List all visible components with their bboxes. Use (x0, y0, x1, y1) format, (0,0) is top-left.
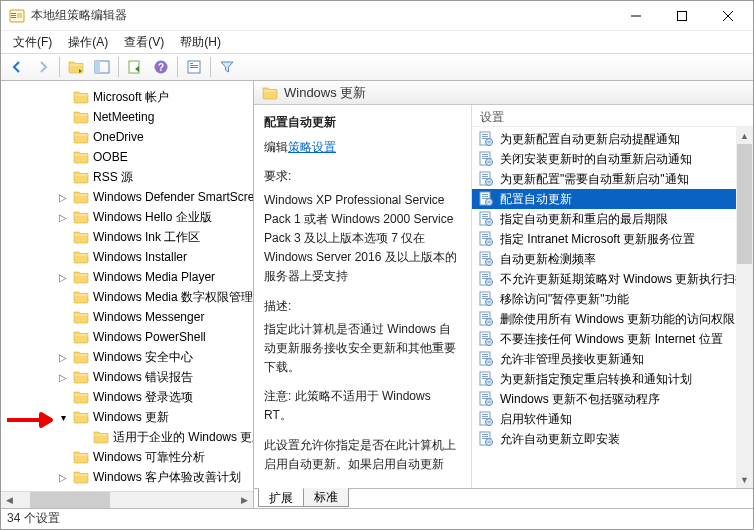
tree-item-label: Windows 安全中心 (93, 349, 193, 366)
settings-item-label: 删除使用所有 Windows 更新功能的访问权限 (500, 311, 735, 328)
tree-item-label: OneDrive (93, 130, 144, 144)
tree-item[interactable]: ▷Windows 安全中心 (1, 347, 253, 367)
chevron-right-icon[interactable]: ▷ (57, 352, 69, 363)
minimize-button[interactable] (613, 1, 659, 31)
tree-item[interactable]: ▷Windows 错误报告 (1, 367, 253, 387)
settings-item[interactable]: 允许非管理员接收更新通知 (472, 349, 753, 369)
tree-item[interactable]: Windows Messenger (1, 307, 253, 327)
settings-item[interactable]: 为更新指定预定重启转换和通知计划 (472, 369, 753, 389)
settings-item[interactable]: 不允许更新延期策略对 Windows 更新执行扫描 (472, 269, 753, 289)
svg-rect-18 (190, 63, 193, 64)
settings-item-label: 为更新配置自动更新启动提醒通知 (500, 131, 680, 148)
chevron-right-icon[interactable]: ▷ (57, 472, 69, 483)
settings-item-label: 关闭安装更新时的自动重新启动通知 (500, 151, 692, 168)
tree-item[interactable]: Windows 登录选项 (1, 387, 253, 407)
filter-button[interactable] (215, 55, 239, 79)
settings-item[interactable]: 为更新配置"需要自动重新启动"通知 (472, 169, 753, 189)
settings-item[interactable]: Windows 更新不包括驱动程序 (472, 389, 753, 409)
folder-icon (73, 189, 89, 205)
settings-list[interactable]: 为更新配置自动更新启动提醒通知关闭安装更新时的自动重新启动通知为更新配置"需要自… (472, 127, 753, 488)
help-button[interactable]: ? (149, 55, 173, 79)
settings-item-label: 指定自动更新和重启的最后期限 (500, 211, 668, 228)
menu-bar: 文件(F) 操作(A) 查看(V) 帮助(H) (1, 31, 753, 53)
tree-item[interactable]: Windows Installer (1, 247, 253, 267)
svg-rect-14 (129, 61, 139, 73)
folder-icon (73, 149, 89, 165)
toolbar: ? (1, 53, 753, 81)
chevron-right-icon[interactable]: ▷ (57, 372, 69, 383)
folder-icon (73, 369, 89, 385)
scroll-up-button[interactable]: ▲ (736, 127, 753, 144)
settings-item-label: 指定 Intranet Microsoft 更新服务位置 (500, 231, 695, 248)
settings-item[interactable]: 不要连接任何 Windows 更新 Internet 位置 (472, 329, 753, 349)
settings-item-label: 不允许更新延期策略对 Windows 更新执行扫描 (500, 271, 747, 288)
tree-item[interactable]: ▷Windows Hello 企业版 (1, 207, 253, 227)
settings-item[interactable]: 删除使用所有 Windows 更新功能的访问权限 (472, 309, 753, 329)
chevron-right-icon[interactable]: ▷ (57, 192, 69, 203)
tree-item[interactable]: 适用于企业的 Windows 更新 (1, 427, 253, 447)
tree-item[interactable]: Microsoft 帐户 (1, 87, 253, 107)
tree-item[interactable]: ▷Windows Media Player (1, 267, 253, 287)
app-icon (9, 8, 25, 24)
settings-item[interactable]: 关闭安装更新时的自动重新启动通知 (472, 149, 753, 169)
tree-item[interactable]: OneDrive (1, 127, 253, 147)
menu-file[interactable]: 文件(F) (7, 33, 58, 52)
extended-tab[interactable]: 扩展 (258, 488, 304, 507)
edit-policy-link[interactable]: 策略设置 (288, 140, 336, 154)
tree-item[interactable]: ▷Windows Defender SmartScreen (1, 187, 253, 207)
folder-icon (73, 349, 89, 365)
menu-help[interactable]: 帮助(H) (174, 33, 227, 52)
requirements-label: 要求: (264, 167, 461, 186)
settings-item-label: 为更新配置"需要自动重新启动"通知 (500, 171, 689, 188)
settings-item[interactable]: 自动更新检测频率 (472, 249, 753, 269)
tree-item[interactable]: ▾Windows 更新 (1, 407, 253, 427)
folder-icon (73, 289, 89, 305)
chevron-down-icon[interactable]: ▾ (57, 412, 69, 423)
policy-icon (478, 191, 494, 207)
window-title: 本地组策略编辑器 (31, 7, 613, 24)
close-button[interactable] (705, 1, 751, 31)
maximize-button[interactable] (659, 1, 705, 31)
menu-view[interactable]: 查看(V) (118, 33, 170, 52)
tree-horizontal-scrollbar[interactable]: ◀▶ (1, 491, 253, 508)
scroll-down-button[interactable]: ▼ (736, 471, 753, 488)
forward-button[interactable] (31, 55, 55, 79)
tree-item[interactable]: Windows PowerShell (1, 327, 253, 347)
svg-rect-13 (95, 61, 100, 73)
standard-tab[interactable]: 标准 (303, 488, 349, 507)
settings-item[interactable]: 指定自动更新和重启的最后期限 (472, 209, 753, 229)
settings-item[interactable]: 启用软件通知 (472, 409, 753, 429)
policy-name: 配置自动更新 (264, 113, 461, 132)
settings-item[interactable]: 为更新配置自动更新启动提醒通知 (472, 129, 753, 149)
show-hide-tree-button[interactable] (90, 55, 114, 79)
tree-item[interactable]: ▷Windows 客户体验改善计划 (1, 467, 253, 487)
settings-item-label: 允许自动更新立即安装 (500, 431, 620, 448)
settings-item-label: Windows 更新不包括驱动程序 (500, 391, 660, 408)
details-header: Windows 更新 (254, 81, 753, 105)
tree-item[interactable]: OOBE (1, 147, 253, 167)
folder-icon (73, 309, 89, 325)
tree-item[interactable]: Windows 可靠性分析 (1, 447, 253, 467)
tree-item[interactable]: Windows Media 数字权限管理 (1, 287, 253, 307)
up-button[interactable] (64, 55, 88, 79)
settings-item[interactable]: 允许自动更新立即安装 (472, 429, 753, 449)
tree-item[interactable]: RSS 源 (1, 167, 253, 187)
tree-item-label: Windows 登录选项 (93, 389, 193, 406)
tree-item-label: Microsoft 帐户 (93, 89, 169, 106)
back-button[interactable] (5, 55, 29, 79)
properties-button[interactable] (182, 55, 206, 79)
settings-item[interactable]: 移除访问"暂停更新"功能 (472, 289, 753, 309)
tree-item-label: Windows Installer (93, 250, 187, 264)
settings-item[interactable]: 指定 Intranet Microsoft 更新服务位置 (472, 229, 753, 249)
tree-item[interactable]: Windows Ink 工作区 (1, 227, 253, 247)
tree-pane: Microsoft 帐户NetMeetingOneDriveOOBERSS 源▷… (1, 81, 254, 508)
export-button[interactable] (123, 55, 147, 79)
settings-vertical-scrollbar[interactable]: ▲ ▼ (736, 127, 753, 488)
menu-action[interactable]: 操作(A) (62, 33, 114, 52)
tree-item[interactable]: NetMeeting (1, 107, 253, 127)
settings-item[interactable]: 配置自动更新 (472, 189, 753, 209)
chevron-right-icon[interactable]: ▷ (57, 272, 69, 283)
settings-column-header[interactable]: 设置 (472, 105, 753, 127)
nav-tree[interactable]: Microsoft 帐户NetMeetingOneDriveOOBERSS 源▷… (1, 81, 253, 491)
chevron-right-icon[interactable]: ▷ (57, 212, 69, 223)
